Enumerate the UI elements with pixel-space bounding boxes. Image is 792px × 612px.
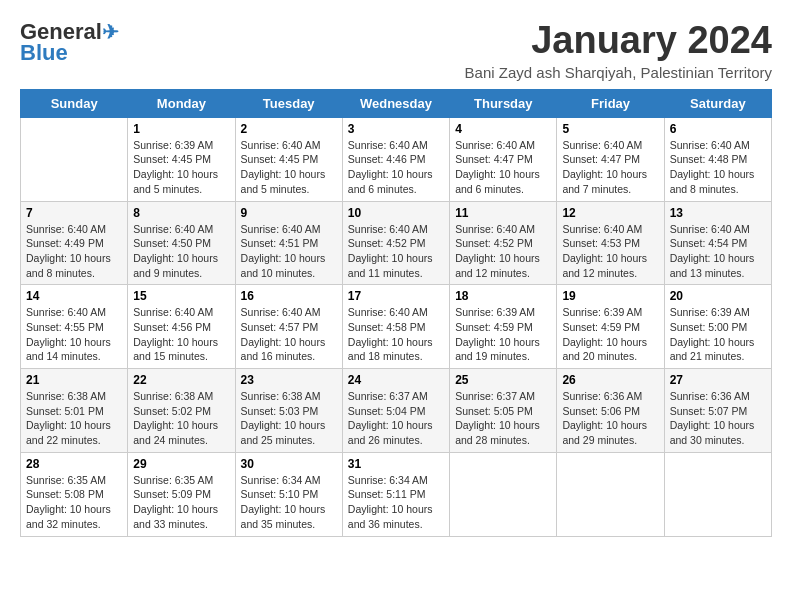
day-cell: 31Sunrise: 6:34 AMSunset: 5:11 PMDayligh… — [342, 452, 449, 536]
day-number: 20 — [670, 289, 766, 303]
week-row-3: 14Sunrise: 6:40 AMSunset: 4:55 PMDayligh… — [21, 285, 772, 369]
day-cell: 10Sunrise: 6:40 AMSunset: 4:52 PMDayligh… — [342, 201, 449, 285]
day-info: Sunrise: 6:40 AMSunset: 4:54 PMDaylight:… — [670, 222, 766, 281]
day-cell: 2Sunrise: 6:40 AMSunset: 4:45 PMDaylight… — [235, 117, 342, 201]
day-cell: 27Sunrise: 6:36 AMSunset: 5:07 PMDayligh… — [664, 369, 771, 453]
calendar-table: SundayMondayTuesdayWednesdayThursdayFrid… — [20, 89, 772, 537]
day-number: 21 — [26, 373, 122, 387]
day-info: Sunrise: 6:40 AMSunset: 4:55 PMDaylight:… — [26, 305, 122, 364]
logo: General✈ Blue — [20, 20, 119, 66]
header-friday: Friday — [557, 89, 664, 117]
day-cell — [557, 452, 664, 536]
week-row-4: 21Sunrise: 6:38 AMSunset: 5:01 PMDayligh… — [21, 369, 772, 453]
week-row-5: 28Sunrise: 6:35 AMSunset: 5:08 PMDayligh… — [21, 452, 772, 536]
day-info: Sunrise: 6:40 AMSunset: 4:57 PMDaylight:… — [241, 305, 337, 364]
day-number: 6 — [670, 122, 766, 136]
location-title: Bani Zayd ash Sharqiyah, Palestinian Ter… — [465, 64, 772, 81]
day-cell: 1Sunrise: 6:39 AMSunset: 4:45 PMDaylight… — [128, 117, 235, 201]
day-cell — [664, 452, 771, 536]
header-tuesday: Tuesday — [235, 89, 342, 117]
day-cell: 19Sunrise: 6:39 AMSunset: 4:59 PMDayligh… — [557, 285, 664, 369]
day-info: Sunrise: 6:39 AMSunset: 4:59 PMDaylight:… — [455, 305, 551, 364]
day-number: 26 — [562, 373, 658, 387]
day-cell: 18Sunrise: 6:39 AMSunset: 4:59 PMDayligh… — [450, 285, 557, 369]
day-cell: 6Sunrise: 6:40 AMSunset: 4:48 PMDaylight… — [664, 117, 771, 201]
day-info: Sunrise: 6:34 AMSunset: 5:10 PMDaylight:… — [241, 473, 337, 532]
day-cell — [21, 117, 128, 201]
day-cell: 9Sunrise: 6:40 AMSunset: 4:51 PMDaylight… — [235, 201, 342, 285]
day-number: 4 — [455, 122, 551, 136]
day-number: 9 — [241, 206, 337, 220]
day-info: Sunrise: 6:34 AMSunset: 5:11 PMDaylight:… — [348, 473, 444, 532]
day-info: Sunrise: 6:40 AMSunset: 4:48 PMDaylight:… — [670, 138, 766, 197]
day-number: 24 — [348, 373, 444, 387]
day-info: Sunrise: 6:40 AMSunset: 4:49 PMDaylight:… — [26, 222, 122, 281]
day-number: 29 — [133, 457, 229, 471]
day-info: Sunrise: 6:37 AMSunset: 5:05 PMDaylight:… — [455, 389, 551, 448]
day-number: 5 — [562, 122, 658, 136]
day-cell — [450, 452, 557, 536]
day-info: Sunrise: 6:35 AMSunset: 5:08 PMDaylight:… — [26, 473, 122, 532]
day-cell: 24Sunrise: 6:37 AMSunset: 5:04 PMDayligh… — [342, 369, 449, 453]
day-number: 8 — [133, 206, 229, 220]
day-info: Sunrise: 6:35 AMSunset: 5:09 PMDaylight:… — [133, 473, 229, 532]
day-info: Sunrise: 6:38 AMSunset: 5:02 PMDaylight:… — [133, 389, 229, 448]
day-number: 3 — [348, 122, 444, 136]
day-info: Sunrise: 6:40 AMSunset: 4:47 PMDaylight:… — [562, 138, 658, 197]
day-info: Sunrise: 6:37 AMSunset: 5:04 PMDaylight:… — [348, 389, 444, 448]
day-info: Sunrise: 6:40 AMSunset: 4:46 PMDaylight:… — [348, 138, 444, 197]
day-info: Sunrise: 6:40 AMSunset: 4:52 PMDaylight:… — [455, 222, 551, 281]
day-info: Sunrise: 6:39 AMSunset: 5:00 PMDaylight:… — [670, 305, 766, 364]
day-cell: 20Sunrise: 6:39 AMSunset: 5:00 PMDayligh… — [664, 285, 771, 369]
day-cell: 29Sunrise: 6:35 AMSunset: 5:09 PMDayligh… — [128, 452, 235, 536]
header-thursday: Thursday — [450, 89, 557, 117]
day-cell: 13Sunrise: 6:40 AMSunset: 4:54 PMDayligh… — [664, 201, 771, 285]
day-number: 2 — [241, 122, 337, 136]
day-cell: 26Sunrise: 6:36 AMSunset: 5:06 PMDayligh… — [557, 369, 664, 453]
title-section: January 2024 Bani Zayd ash Sharqiyah, Pa… — [465, 20, 772, 81]
month-title: January 2024 — [465, 20, 772, 62]
header-wednesday: Wednesday — [342, 89, 449, 117]
day-cell: 5Sunrise: 6:40 AMSunset: 4:47 PMDaylight… — [557, 117, 664, 201]
day-info: Sunrise: 6:38 AMSunset: 5:03 PMDaylight:… — [241, 389, 337, 448]
day-number: 1 — [133, 122, 229, 136]
page-header: General✈ Blue January 2024 Bani Zayd ash… — [20, 20, 772, 81]
header-saturday: Saturday — [664, 89, 771, 117]
day-number: 27 — [670, 373, 766, 387]
day-number: 16 — [241, 289, 337, 303]
day-cell: 15Sunrise: 6:40 AMSunset: 4:56 PMDayligh… — [128, 285, 235, 369]
day-number: 19 — [562, 289, 658, 303]
day-cell: 4Sunrise: 6:40 AMSunset: 4:47 PMDaylight… — [450, 117, 557, 201]
header-sunday: Sunday — [21, 89, 128, 117]
day-cell: 3Sunrise: 6:40 AMSunset: 4:46 PMDaylight… — [342, 117, 449, 201]
logo-blue: Blue — [20, 40, 68, 66]
day-number: 18 — [455, 289, 551, 303]
day-number: 11 — [455, 206, 551, 220]
day-info: Sunrise: 6:39 AMSunset: 4:45 PMDaylight:… — [133, 138, 229, 197]
day-number: 22 — [133, 373, 229, 387]
day-info: Sunrise: 6:39 AMSunset: 4:59 PMDaylight:… — [562, 305, 658, 364]
day-info: Sunrise: 6:38 AMSunset: 5:01 PMDaylight:… — [26, 389, 122, 448]
day-info: Sunrise: 6:40 AMSunset: 4:56 PMDaylight:… — [133, 305, 229, 364]
day-cell: 22Sunrise: 6:38 AMSunset: 5:02 PMDayligh… — [128, 369, 235, 453]
day-cell: 12Sunrise: 6:40 AMSunset: 4:53 PMDayligh… — [557, 201, 664, 285]
day-cell: 25Sunrise: 6:37 AMSunset: 5:05 PMDayligh… — [450, 369, 557, 453]
week-row-2: 7Sunrise: 6:40 AMSunset: 4:49 PMDaylight… — [21, 201, 772, 285]
day-cell: 11Sunrise: 6:40 AMSunset: 4:52 PMDayligh… — [450, 201, 557, 285]
day-cell: 16Sunrise: 6:40 AMSunset: 4:57 PMDayligh… — [235, 285, 342, 369]
day-info: Sunrise: 6:40 AMSunset: 4:50 PMDaylight:… — [133, 222, 229, 281]
day-info: Sunrise: 6:36 AMSunset: 5:06 PMDaylight:… — [562, 389, 658, 448]
day-info: Sunrise: 6:40 AMSunset: 4:53 PMDaylight:… — [562, 222, 658, 281]
week-row-1: 1Sunrise: 6:39 AMSunset: 4:45 PMDaylight… — [21, 117, 772, 201]
day-cell: 30Sunrise: 6:34 AMSunset: 5:10 PMDayligh… — [235, 452, 342, 536]
day-cell: 17Sunrise: 6:40 AMSunset: 4:58 PMDayligh… — [342, 285, 449, 369]
day-info: Sunrise: 6:40 AMSunset: 4:51 PMDaylight:… — [241, 222, 337, 281]
day-cell: 14Sunrise: 6:40 AMSunset: 4:55 PMDayligh… — [21, 285, 128, 369]
day-number: 23 — [241, 373, 337, 387]
day-info: Sunrise: 6:40 AMSunset: 4:45 PMDaylight:… — [241, 138, 337, 197]
header-monday: Monday — [128, 89, 235, 117]
day-cell: 28Sunrise: 6:35 AMSunset: 5:08 PMDayligh… — [21, 452, 128, 536]
day-number: 7 — [26, 206, 122, 220]
day-number: 13 — [670, 206, 766, 220]
day-info: Sunrise: 6:40 AMSunset: 4:52 PMDaylight:… — [348, 222, 444, 281]
